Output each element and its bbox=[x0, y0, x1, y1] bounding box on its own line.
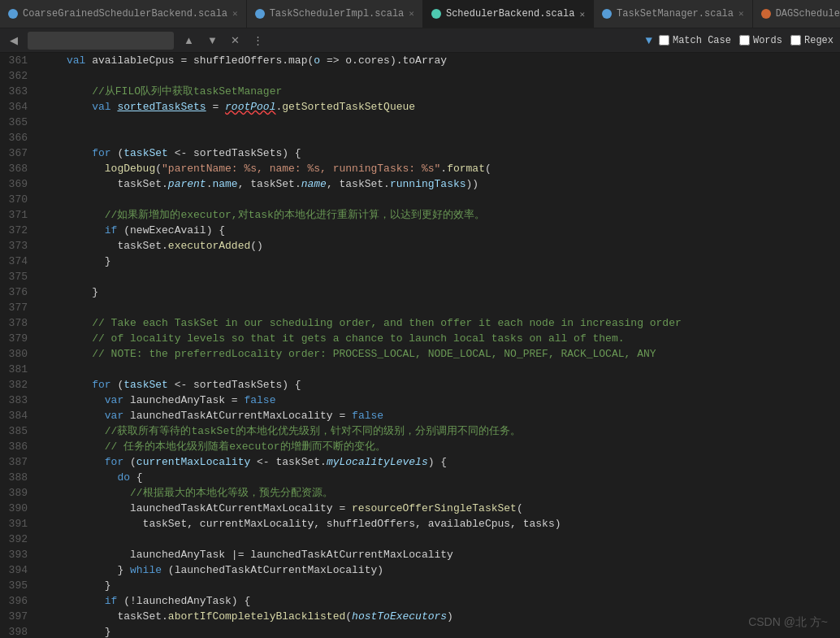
line-number: 397 bbox=[0, 609, 32, 624]
code-text: // 任务的本地化级别随着executor的增删而不断的变化。 bbox=[67, 439, 386, 454]
line-number: 393 bbox=[0, 547, 32, 562]
code-line: do { bbox=[47, 470, 840, 485]
code-line: var launchedTaskAtCurrentMaxLocality = f… bbox=[47, 408, 840, 423]
tab-schedulerbackend[interactable]: SchedulerBackend.scala ✕ bbox=[423, 0, 594, 28]
tab-icon-schedulerbackend bbox=[431, 9, 441, 19]
code-text: logDebug("parentName: %s, name: %s, runn… bbox=[67, 161, 491, 176]
code-line bbox=[47, 115, 840, 130]
code-text: // NOTE: the preferredLocality order: PR… bbox=[67, 346, 656, 362]
tab-coarse-grained[interactable]: CoarseGrainedSchedulerBackend.scala ✕ bbox=[0, 0, 247, 28]
code-content[interactable]: val availableCpus = shuffledOffers.map(o… bbox=[39, 53, 840, 638]
code-line bbox=[47, 269, 840, 284]
watermark: CSDN @北 方~ bbox=[748, 615, 828, 630]
regex-label: Regex bbox=[804, 35, 834, 46]
code-line: taskSet.parent.name, taskSet.name, taskS… bbox=[47, 176, 840, 192]
prev-result-button[interactable]: ▲ bbox=[180, 33, 197, 48]
code-line bbox=[47, 362, 840, 377]
words-checkbox[interactable] bbox=[739, 35, 750, 46]
code-line: } bbox=[47, 624, 840, 638]
line-number: 377 bbox=[0, 300, 32, 315]
line-number: 362 bbox=[0, 68, 32, 84]
regex-option[interactable]: Regex bbox=[790, 35, 834, 46]
back-button[interactable]: ◀ bbox=[6, 33, 21, 48]
menu-btn[interactable]: ⋮ bbox=[249, 33, 266, 48]
tab-dagscheduler[interactable]: DAGScheduler.scala ✕ bbox=[753, 0, 840, 28]
search-input[interactable] bbox=[32, 35, 146, 46]
line-number: 370 bbox=[0, 192, 32, 207]
line-numbers-gutter: 3613623633643653663673683693703713723733… bbox=[0, 53, 39, 638]
match-case-label: Match Case bbox=[673, 35, 731, 46]
code-line: for (taskSet <- sortedTaskSets) { bbox=[47, 145, 840, 161]
code-text: // of locality levels so that it gets a … bbox=[67, 331, 625, 346]
close-search-button[interactable]: ✕ bbox=[227, 33, 243, 48]
code-line: //获取所有等待的taskSet的本地化优先级别，针对不同的级别，分别调用不同的… bbox=[47, 423, 840, 439]
regex-checkbox[interactable] bbox=[790, 35, 801, 46]
code-text: val availableCpus = shuffledOffers.map(o… bbox=[67, 53, 447, 68]
tab-bar: CoarseGrainedSchedulerBackend.scala ✕ Ta… bbox=[0, 0, 840, 28]
code-line: if (!launchedAnyTask) { bbox=[47, 593, 840, 609]
code-line: //从FILO队列中获取taskSetManager bbox=[47, 84, 840, 99]
line-number: 383 bbox=[0, 393, 32, 408]
tab-tasksetmanager[interactable]: TaskSetManager.scala ✕ bbox=[594, 0, 753, 28]
tab-label-schedulerbackend: SchedulerBackend.scala bbox=[446, 8, 574, 20]
line-number: 382 bbox=[0, 377, 32, 393]
code-line: if (newExecAvail) { bbox=[47, 223, 840, 238]
search-options: Match Case Words Regex bbox=[659, 35, 834, 46]
tab-close-schedulerbackend[interactable]: ✕ bbox=[579, 9, 585, 20]
code-line: } bbox=[47, 578, 840, 593]
code-line: val availableCpus = shuffledOffers.map(o… bbox=[47, 53, 840, 68]
line-number: 366 bbox=[0, 130, 32, 145]
tab-icon-dagscheduler bbox=[761, 9, 771, 19]
search-box[interactable] bbox=[28, 32, 174, 50]
line-number: 395 bbox=[0, 578, 32, 593]
line-number: 368 bbox=[0, 161, 32, 176]
code-line: for (taskSet <- sortedTaskSets) { bbox=[47, 377, 840, 393]
match-case-option[interactable]: Match Case bbox=[659, 35, 731, 46]
code-text: taskSet.executorAdded() bbox=[67, 238, 263, 254]
line-number: 384 bbox=[0, 408, 32, 423]
code-text: } bbox=[67, 624, 111, 638]
code-line: } while (launchedTaskAtCurrentMaxLocalit… bbox=[47, 562, 840, 578]
tab-taskschedimpl[interactable]: TaskSchedulerImpl.scala ✕ bbox=[247, 0, 423, 28]
line-number: 387 bbox=[0, 454, 32, 470]
match-case-checkbox[interactable] bbox=[659, 35, 669, 46]
code-text: //根据最大的本地化等级，预先分配资源。 bbox=[67, 485, 333, 501]
line-number: 376 bbox=[0, 284, 32, 300]
tab-close-taskschedimpl[interactable]: ✕ bbox=[409, 8, 414, 19]
line-number: 385 bbox=[0, 423, 32, 439]
code-text: taskSet, currentMaxLocality, shuffledOff… bbox=[67, 516, 561, 532]
code-line bbox=[47, 300, 840, 315]
tab-close-tasksetmanager[interactable]: ✕ bbox=[738, 8, 744, 19]
code-line: logDebug("parentName: %s, name: %s, runn… bbox=[47, 161, 840, 176]
code-line: // Take each TaskSet in our scheduling o… bbox=[47, 315, 840, 331]
words-option[interactable]: Words bbox=[739, 35, 782, 46]
line-number: 372 bbox=[0, 223, 32, 238]
line-number: 392 bbox=[0, 532, 32, 547]
code-line: //根据最大的本地化等级，预先分配资源。 bbox=[47, 485, 840, 501]
code-text: //如果新增加的executor,对task的本地化进行重新计算，以达到更好的效… bbox=[67, 207, 485, 223]
code-line: var launchedAnyTask = false bbox=[47, 393, 840, 408]
code-line: launchedTaskAtCurrentMaxLocality = resou… bbox=[47, 501, 840, 516]
tab-icon-coarse bbox=[8, 9, 18, 19]
code-text: val sortedTaskSets = rootPool.getSortedT… bbox=[67, 99, 415, 115]
code-text: launchedTaskAtCurrentMaxLocality = resou… bbox=[67, 501, 523, 516]
line-number: 394 bbox=[0, 562, 32, 578]
code-line: // 任务的本地化级别随着executor的增删而不断的变化。 bbox=[47, 439, 840, 454]
line-number: 379 bbox=[0, 331, 32, 346]
code-text: var launchedAnyTask = false bbox=[67, 393, 275, 408]
tab-icon-tasksetmanager bbox=[602, 9, 612, 19]
line-number: 388 bbox=[0, 470, 32, 485]
code-text: //从FILO队列中获取taskSetManager bbox=[67, 84, 282, 99]
code-line: taskSet.executorAdded() bbox=[47, 238, 840, 254]
toolbar: ◀ ▲ ▼ ✕ ⋮ ▼ Match Case Words Regex bbox=[0, 28, 840, 53]
line-number: 386 bbox=[0, 439, 32, 454]
code-line: } bbox=[47, 254, 840, 269]
next-result-button[interactable]: ▼ bbox=[204, 33, 221, 48]
code-line: for (currentMaxLocality <- taskSet.myLoc… bbox=[47, 454, 840, 470]
line-number: 365 bbox=[0, 115, 32, 130]
line-number: 391 bbox=[0, 516, 32, 532]
line-number: 364 bbox=[0, 99, 32, 115]
tab-close-coarse[interactable]: ✕ bbox=[232, 8, 238, 19]
code-text: if (!launchedAnyTask) { bbox=[67, 593, 250, 609]
code-text: } bbox=[67, 254, 111, 269]
